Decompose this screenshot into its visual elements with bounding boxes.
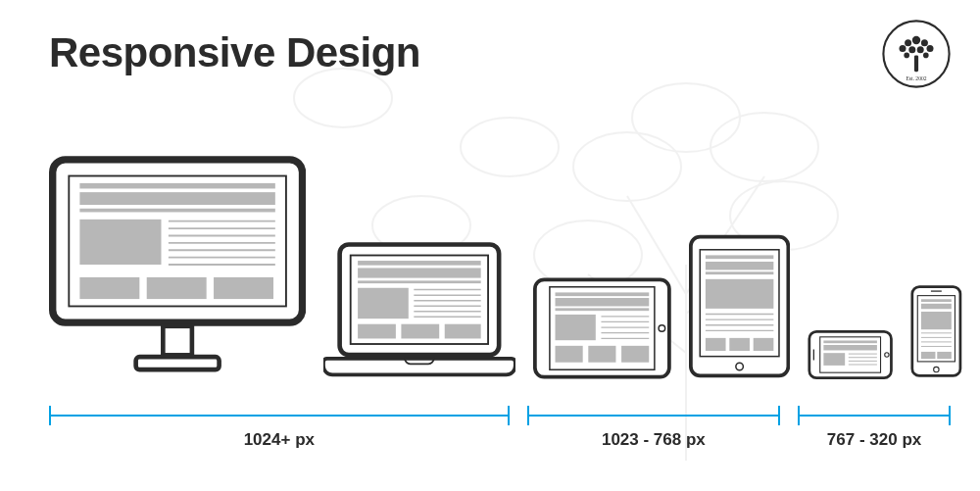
range-label: 767 - 320 px — [827, 430, 921, 450]
svg-rect-104 — [921, 352, 936, 359]
org-logo: Est. 2002 — [882, 20, 951, 88]
range-bar — [798, 415, 951, 417]
range-label: 1024+ px — [244, 430, 315, 450]
svg-rect-59 — [556, 315, 596, 340]
svg-point-17 — [904, 53, 909, 59]
svg-rect-79 — [706, 338, 726, 351]
svg-rect-81 — [753, 338, 773, 351]
range-bar — [49, 415, 510, 417]
svg-point-16 — [917, 46, 924, 53]
range-phone: 767 - 320 px — [798, 415, 951, 450]
tablet-landscape-icon — [533, 274, 671, 382]
svg-rect-24 — [79, 209, 274, 213]
svg-rect-65 — [556, 346, 583, 363]
svg-rect-41 — [358, 268, 481, 277]
svg-rect-87 — [823, 345, 877, 350]
range-desktop: 1024+ px — [49, 415, 510, 450]
svg-point-15 — [908, 46, 915, 53]
svg-rect-67 — [621, 346, 649, 363]
svg-rect-99 — [921, 312, 952, 329]
svg-text:Est. 2002: Est. 2002 — [906, 75, 926, 81]
svg-rect-57 — [556, 298, 650, 306]
svg-rect-35 — [214, 277, 273, 299]
tablet-portrait-icon — [689, 230, 790, 382]
svg-rect-56 — [556, 292, 650, 296]
svg-rect-22 — [79, 183, 274, 189]
range-label: 1023 - 768 px — [602, 430, 706, 450]
page-title: Responsive Design — [49, 29, 420, 76]
svg-rect-43 — [358, 288, 409, 319]
svg-rect-34 — [147, 277, 207, 299]
svg-rect-33 — [79, 277, 139, 299]
range-tablet: 1023 - 768 px — [527, 415, 780, 450]
svg-rect-80 — [729, 338, 750, 351]
desktop-icon — [49, 147, 306, 382]
range-bar — [527, 415, 780, 417]
svg-point-18 — [923, 53, 929, 59]
laptop-icon — [323, 235, 515, 382]
svg-point-7 — [294, 69, 392, 127]
svg-rect-86 — [823, 340, 877, 343]
svg-rect-88 — [823, 353, 845, 366]
phone-portrait-icon — [910, 280, 962, 382]
svg-rect-51 — [402, 324, 440, 339]
svg-rect-9 — [914, 55, 918, 72]
svg-point-12 — [921, 39, 928, 46]
svg-rect-105 — [938, 352, 953, 359]
svg-rect-42 — [358, 280, 481, 283]
svg-rect-25 — [79, 220, 161, 265]
svg-rect-74 — [706, 279, 773, 309]
svg-rect-66 — [588, 346, 615, 363]
phone-landscape-icon — [808, 327, 893, 382]
svg-point-14 — [927, 45, 934, 52]
devices-row — [49, 132, 951, 382]
svg-rect-58 — [556, 308, 650, 311]
svg-point-10 — [912, 36, 920, 44]
svg-rect-52 — [445, 324, 481, 339]
svg-rect-37 — [136, 357, 220, 369]
svg-rect-71 — [706, 255, 773, 259]
breakpoint-ranges: 1024+ px 1023 - 768 px 767 - 320 px — [49, 415, 951, 450]
svg-rect-40 — [358, 261, 481, 266]
svg-rect-98 — [921, 304, 952, 309]
svg-rect-23 — [79, 192, 274, 205]
svg-point-11 — [905, 39, 911, 46]
svg-point-13 — [900, 45, 906, 52]
svg-rect-50 — [358, 324, 396, 339]
svg-rect-72 — [706, 262, 773, 270]
svg-rect-73 — [706, 271, 773, 274]
svg-rect-36 — [163, 326, 192, 356]
svg-rect-97 — [921, 299, 952, 302]
